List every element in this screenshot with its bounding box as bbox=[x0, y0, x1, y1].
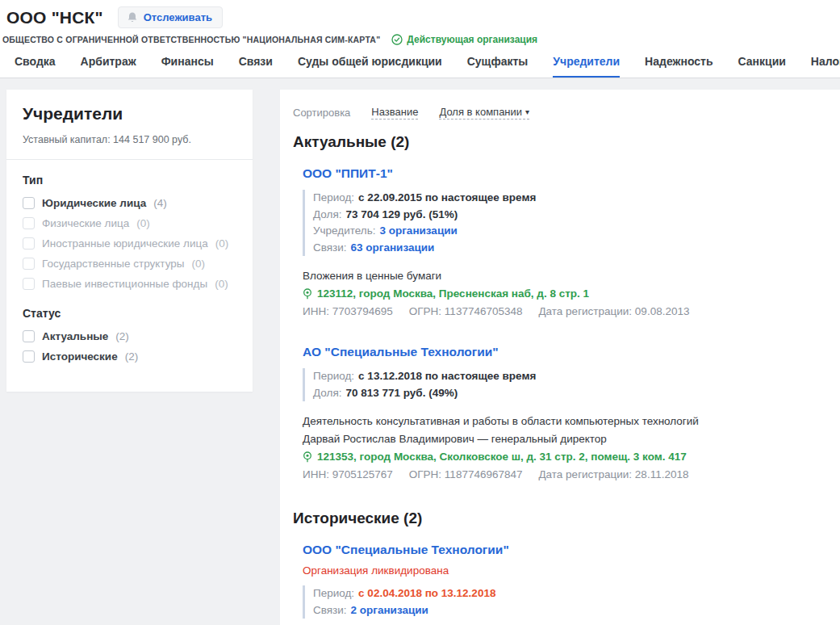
tab-sanktsii[interactable]: Санкции bbox=[738, 55, 786, 78]
filter-count: (2) bbox=[125, 350, 139, 363]
filter-label: Иностранные юридические лица bbox=[42, 237, 208, 250]
tab-sudy[interactable]: Суды общей юрисдикции bbox=[298, 55, 442, 78]
section-actual: Актуальные (2) ООО "ППИТ-1" Период:с 22.… bbox=[293, 133, 821, 484]
filter-label: Юридические лица bbox=[42, 197, 146, 209]
status-badge-label: Действующая организация bbox=[407, 34, 537, 45]
status-badge: Действующая организация bbox=[391, 34, 537, 45]
filter-actual[interactable]: Актуальные (2) bbox=[23, 330, 236, 342]
filter-investment-funds[interactable]: Паевые инвестиционные фонды (0) bbox=[23, 278, 236, 290]
checkbox[interactable] bbox=[23, 258, 35, 270]
activity-line: Деятельность консультативная и работы в … bbox=[303, 413, 821, 430]
filter-group-status-title: Статус bbox=[23, 307, 236, 320]
sort-by-name[interactable]: Название bbox=[371, 106, 418, 120]
filter-label: Паевые инвестиционные фонды bbox=[42, 278, 207, 290]
founder-card: ООО "ППИТ-1" Период:с 22.09.2015 по наст… bbox=[303, 166, 821, 321]
sort-by-share-label: Доля в компании bbox=[439, 106, 522, 118]
founder-link[interactable]: ООО "Специальные Технологии" bbox=[303, 543, 509, 557]
check-circle-icon bbox=[391, 34, 403, 45]
filter-label: Физические лица bbox=[42, 217, 129, 229]
period-block: Период:с 13.12.2018 по настоящее время Д… bbox=[303, 368, 821, 401]
filter-count: (0) bbox=[215, 237, 229, 250]
checkbox[interactable] bbox=[23, 237, 35, 250]
location-pin-icon bbox=[303, 451, 312, 463]
caret-down-icon: ▾ bbox=[525, 107, 529, 116]
founder-card: ООО "Специальные Технологии" Организация… bbox=[303, 543, 821, 625]
follow-button-label: Отслеживать bbox=[144, 11, 212, 23]
tab-suschfakty[interactable]: Сущфакты bbox=[467, 55, 529, 78]
registry-row: ИНН: 7703794695 ОГРН: 1137746705348 Дата… bbox=[303, 303, 821, 321]
tab-nalogi[interactable]: Налоги bbox=[811, 55, 840, 78]
tab-svodka[interactable]: Сводка bbox=[15, 55, 56, 78]
filter-count: (0) bbox=[136, 217, 150, 229]
row-label: Связи: bbox=[313, 241, 347, 254]
activity-line: Вложения в ценные бумаги bbox=[303, 267, 821, 285]
founder-card: АО "Специальные Технологии" Период:с 13.… bbox=[303, 345, 821, 484]
bell-icon bbox=[127, 11, 138, 23]
sidebar-divider bbox=[6, 159, 253, 160]
connections-count-link[interactable]: 2 организации bbox=[351, 604, 428, 616]
period-block: Период:с 22.09.2015 по настоящее время Д… bbox=[303, 190, 821, 256]
checkbox[interactable] bbox=[23, 197, 35, 209]
liquidated-note: Организация ликвидирована bbox=[303, 564, 821, 577]
ogrn: ОГРН: 1187746967847 bbox=[409, 466, 523, 484]
row-label: Доля: bbox=[313, 208, 341, 220]
address-line[interactable]: 123112, город Москва, Пресненская наб, д… bbox=[303, 285, 821, 303]
filter-count: (4) bbox=[153, 197, 167, 209]
company-title: ООО "НСК" bbox=[6, 8, 103, 27]
filter-individuals[interactable]: Физические лица (0) bbox=[23, 217, 236, 229]
section-heading: Исторические (2) bbox=[293, 510, 821, 527]
founder-link[interactable]: АО "Специальные Технологии" bbox=[303, 345, 499, 359]
filter-count: (0) bbox=[215, 278, 228, 290]
follow-button[interactable]: Отслеживать bbox=[118, 6, 223, 28]
tab-uchrediteli[interactable]: Учредители bbox=[553, 55, 620, 78]
checkbox[interactable] bbox=[23, 217, 35, 229]
sidebar-title: Учредители bbox=[23, 104, 236, 124]
checkbox[interactable] bbox=[23, 278, 35, 290]
charter-capital: Уставный капитал: 144 517 900 руб. bbox=[23, 134, 236, 145]
row-label: Связи: bbox=[313, 604, 347, 616]
main-nav: Сводка Арбитраж Финансы Связи Суды общей… bbox=[0, 45, 840, 78]
tab-finansy[interactable]: Финансы bbox=[161, 55, 214, 78]
filter-historical[interactable]: Исторические (2) bbox=[23, 350, 236, 363]
sort-by-share[interactable]: Доля в компании ▾ bbox=[439, 106, 529, 120]
period-block: Период:с 02.04.2018 по 13.12.2018 Связи:… bbox=[303, 585, 821, 619]
checkbox[interactable] bbox=[23, 350, 35, 363]
connections-count-link[interactable]: 63 организации bbox=[351, 241, 435, 254]
checkbox[interactable] bbox=[23, 330, 35, 342]
section-heading: Актуальные (2) bbox=[293, 133, 821, 151]
tab-arbitrazh[interactable]: Арбитраж bbox=[81, 55, 136, 78]
tab-svyazi[interactable]: Связи bbox=[239, 55, 273, 78]
filter-count: (0) bbox=[191, 258, 205, 270]
registry-row: ИНН: 9705125767 ОГРН: 1187746967847 Дата… bbox=[303, 466, 821, 484]
filter-label: Актуальные bbox=[42, 330, 108, 342]
reg-date: Дата регистрации: 28.11.2018 bbox=[538, 466, 688, 484]
founders-count-link[interactable]: 3 организации bbox=[380, 224, 458, 237]
address-text: 123112, город Москва, Пресненская наб, д… bbox=[317, 285, 589, 303]
tab-nadezhnost[interactable]: Надежность bbox=[645, 55, 713, 78]
share-value: 70 813 771 руб. (49%) bbox=[345, 387, 458, 399]
sortbar: Сортировка Название Доля в компании ▾ bbox=[293, 106, 821, 120]
location-pin-icon bbox=[303, 288, 312, 300]
filters-sidebar: Учредители Уставный капитал: 144 517 900… bbox=[6, 90, 253, 392]
address-line[interactable]: 121353, город Москва, Сколковское ш, д. … bbox=[303, 448, 821, 466]
row-label: Период: bbox=[313, 191, 354, 203]
founder-link[interactable]: ООО "ППИТ-1" bbox=[303, 166, 393, 181]
row-label: Период: bbox=[313, 370, 354, 382]
filter-count: (2) bbox=[115, 330, 129, 342]
founders-panel: Сортировка Название Доля в компании ▾ Ак… bbox=[280, 90, 840, 625]
director-line: Дарвай Ростислав Владимирович — генераль… bbox=[303, 430, 821, 448]
filter-state-structures[interactable]: Государственные структуры (0) bbox=[23, 258, 236, 270]
page-content: Учредители Уставный капитал: 144 517 900… bbox=[0, 78, 840, 625]
filter-legal-entities[interactable]: Юридические лица (4) bbox=[23, 197, 236, 209]
sort-label: Сортировка bbox=[293, 107, 350, 119]
filter-label: Государственные структуры bbox=[42, 258, 184, 270]
ogrn: ОГРН: 1137746705348 bbox=[409, 303, 523, 321]
period-value: с 02.04.2018 по 13.12.2018 bbox=[358, 587, 495, 599]
row-label: Учредитель: bbox=[313, 224, 376, 237]
period-value: с 13.12.2018 по настоящее время bbox=[358, 370, 536, 382]
section-historical: Исторические (2) ООО "Специальные Технол… bbox=[293, 510, 821, 625]
filter-foreign-entities[interactable]: Иностранные юридические лица (0) bbox=[23, 237, 236, 250]
inn: ИНН: 7703794695 bbox=[303, 303, 393, 321]
inn: ИНН: 9705125767 bbox=[303, 466, 393, 484]
share-value: 73 704 129 руб. (51%) bbox=[345, 208, 458, 220]
